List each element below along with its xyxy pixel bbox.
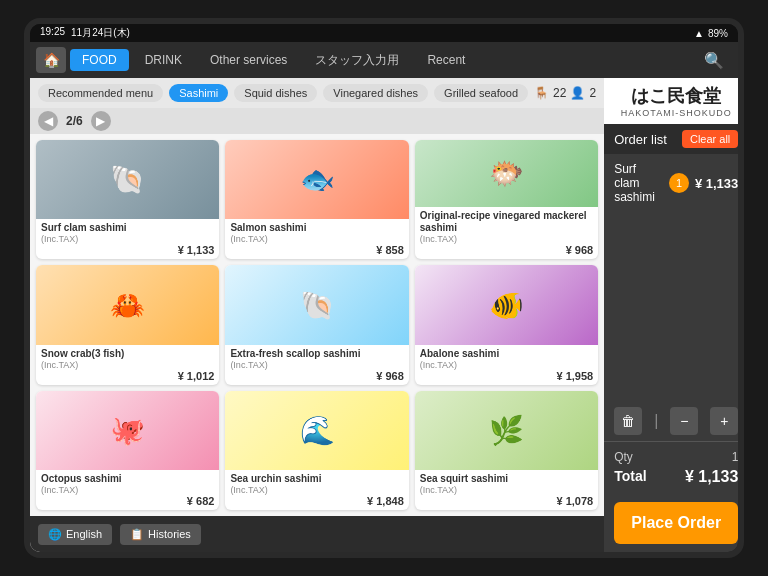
- food-image-sea-squirt: 🌿: [415, 391, 598, 470]
- order-items-list: Surf clam sashimi 1 ¥ 1,133: [604, 154, 738, 401]
- filter-recommended[interactable]: Recommended menu: [38, 84, 163, 102]
- food-tax-snow-crab: (Inc.TAX): [41, 360, 214, 370]
- main-content: Recommended menu Sashimi Squid dishes Vi…: [30, 78, 738, 552]
- qty-value: 1: [732, 450, 738, 464]
- food-emoji-sea-urchin: 🌊: [225, 391, 408, 470]
- food-name-sea-squirt: Sea squirt sashimi: [420, 473, 593, 485]
- food-item-surf-clam[interactable]: 🐚 Surf clam sashimi (Inc.TAX) ¥ 1,133: [36, 140, 219, 259]
- language-label: English: [66, 528, 102, 540]
- food-item-snow-crab[interactable]: 🦀 Snow crab(3 fish) (Inc.TAX) ¥ 1,012: [36, 265, 219, 384]
- food-tax-abalone: (Inc.TAX): [420, 360, 593, 370]
- order-summary: Qty 1 Total ¥ 1,133: [604, 441, 738, 494]
- order-item-price: ¥ 1,133: [695, 176, 738, 191]
- food-info-vinegared: Original-recipe vinegared mackerel sashi…: [415, 207, 598, 259]
- food-emoji-sea-squirt: 🌿: [415, 391, 598, 470]
- food-name-surf-clam: Surf clam sashimi: [41, 222, 214, 234]
- food-image-abalone: 🐠: [415, 265, 598, 344]
- food-name-octopus: Octopus sashimi: [41, 473, 214, 485]
- food-tax-surf-clam: (Inc.TAX): [41, 234, 214, 244]
- food-image-scallop: 🐚: [225, 265, 408, 344]
- food-tax-sea-urchin: (Inc.TAX): [230, 485, 403, 495]
- food-item-vinegared[interactable]: 🐡 Original-recipe vinegared mackerel sas…: [415, 140, 598, 259]
- food-info-sea-squirt: Sea squirt sashimi (Inc.TAX) ¥ 1,078: [415, 470, 598, 510]
- food-tax-scallop: (Inc.TAX): [230, 360, 403, 370]
- food-name-sea-urchin: Sea urchin sashimi: [230, 473, 403, 485]
- increase-quantity-button[interactable]: +: [710, 407, 738, 435]
- food-tax-sea-squirt: (Inc.TAX): [420, 485, 593, 495]
- food-tax-octopus: (Inc.TAX): [41, 485, 214, 495]
- food-item-salmon[interactable]: 🐟 Salmon sashimi (Inc.TAX) ¥ 858: [225, 140, 408, 259]
- table-info: 🪑 22 👤 2: [534, 86, 596, 100]
- food-info-snow-crab: Snow crab(3 fish) (Inc.TAX) ¥ 1,012: [36, 345, 219, 385]
- food-item-octopus[interactable]: 🐙 Octopus sashimi (Inc.TAX) ¥ 682: [36, 391, 219, 510]
- prev-page-button[interactable]: ◀: [38, 111, 58, 131]
- food-emoji-surf-clam: 🐚: [36, 140, 219, 219]
- food-emoji-snow-crab: 🦀: [36, 265, 219, 344]
- order-item-quantity-badge: 1: [669, 173, 689, 193]
- tablet-frame: 19:25 11月24日(木) ▲ 89% 🏠 FOOD DRINK Other…: [24, 18, 744, 558]
- delete-item-button[interactable]: 🗑: [614, 407, 642, 435]
- food-info-salmon: Salmon sashimi (Inc.TAX) ¥ 858: [225, 219, 408, 259]
- restaurant-name-en: HAKOTAMI-SHOKUDO: [614, 108, 738, 118]
- order-list-title: Order list: [614, 132, 667, 147]
- table-number: 22: [553, 86, 566, 100]
- tab-recent[interactable]: Recent: [415, 49, 477, 71]
- clear-all-button[interactable]: Clear all: [682, 130, 738, 148]
- next-page-button[interactable]: ▶: [91, 111, 111, 131]
- food-price-surf-clam: ¥ 1,133: [41, 244, 214, 256]
- tab-staff[interactable]: スタッフ入力用: [303, 48, 411, 73]
- language-icon: 🌐: [48, 528, 62, 541]
- food-tax-vinegared: (Inc.TAX): [420, 234, 593, 244]
- tab-food[interactable]: FOOD: [70, 49, 129, 71]
- food-emoji-vinegared: 🐡: [415, 140, 598, 207]
- filter-vinegared[interactable]: Vinegared dishes: [323, 84, 428, 102]
- total-price: ¥ 1,133: [685, 468, 738, 486]
- food-grid: 🐚 Surf clam sashimi (Inc.TAX) ¥ 1,133 🐟 …: [30, 134, 604, 516]
- food-tax-salmon: (Inc.TAX): [230, 234, 403, 244]
- order-item-row: Surf clam sashimi 1 ¥ 1,133: [614, 162, 738, 204]
- home-button[interactable]: 🏠: [36, 47, 66, 73]
- food-info-abalone: Abalone sashimi (Inc.TAX) ¥ 1,958: [415, 345, 598, 385]
- food-name-scallop: Extra-fresh scallop sashimi: [230, 348, 403, 360]
- controls-divider: |: [654, 412, 658, 430]
- page-info: 2/6: [66, 114, 83, 128]
- food-info-surf-clam: Surf clam sashimi (Inc.TAX) ¥ 1,133: [36, 219, 219, 259]
- food-item-sea-urchin[interactable]: 🌊 Sea urchin sashimi (Inc.TAX) ¥ 1,848: [225, 391, 408, 510]
- food-name-salmon: Salmon sashimi: [230, 222, 403, 234]
- food-price-salmon: ¥ 858: [230, 244, 403, 256]
- food-name-snow-crab: Snow crab(3 fish): [41, 348, 214, 360]
- qty-row: Qty 1: [614, 450, 738, 464]
- food-emoji-octopus: 🐙: [36, 391, 219, 470]
- food-info-octopus: Octopus sashimi (Inc.TAX) ¥ 682: [36, 470, 219, 510]
- place-order-button[interactable]: Place Order: [614, 502, 738, 544]
- nav-bar: 🏠 FOOD DRINK Other services スタッフ入力用 Rece…: [30, 42, 738, 78]
- histories-button[interactable]: 📋 Histories: [120, 524, 201, 545]
- food-item-sea-squirt[interactable]: 🌿 Sea squirt sashimi (Inc.TAX) ¥ 1,078: [415, 391, 598, 510]
- filter-grilled[interactable]: Grilled seafood: [434, 84, 528, 102]
- total-row: Total ¥ 1,133: [614, 468, 738, 486]
- status-bar: 19:25 11月24日(木) ▲ 89%: [30, 24, 738, 42]
- tab-drink[interactable]: DRINK: [133, 49, 194, 71]
- food-emoji-salmon: 🐟: [225, 140, 408, 219]
- food-image-octopus: 🐙: [36, 391, 219, 470]
- date-display: 11月24日(木): [71, 26, 130, 40]
- qty-label: Qty: [614, 450, 633, 464]
- search-icon[interactable]: 🔍: [696, 51, 732, 70]
- food-price-sea-urchin: ¥ 1,848: [230, 495, 403, 507]
- decrease-quantity-button[interactable]: −: [670, 407, 698, 435]
- food-item-scallop[interactable]: 🐚 Extra-fresh scallop sashimi (Inc.TAX) …: [225, 265, 408, 384]
- filter-sashimi[interactable]: Sashimi: [169, 84, 228, 102]
- food-item-abalone[interactable]: 🐠 Abalone sashimi (Inc.TAX) ¥ 1,958: [415, 265, 598, 384]
- language-button[interactable]: 🌐 English: [38, 524, 112, 545]
- food-image-snow-crab: 🦀: [36, 265, 219, 344]
- person-count: 2: [589, 86, 596, 100]
- tab-other-services[interactable]: Other services: [198, 49, 299, 71]
- food-emoji-abalone: 🐠: [415, 265, 598, 344]
- food-name-vinegared: Original-recipe vinegared mackerel sashi…: [420, 210, 593, 234]
- total-label: Total: [614, 468, 646, 486]
- food-image-salmon: 🐟: [225, 140, 408, 219]
- filter-squid[interactable]: Squid dishes: [234, 84, 317, 102]
- food-info-scallop: Extra-fresh scallop sashimi (Inc.TAX) ¥ …: [225, 345, 408, 385]
- pagination-bar: ◀ 2/6 ▶: [30, 108, 604, 134]
- filter-bar: Recommended menu Sashimi Squid dishes Vi…: [30, 78, 604, 108]
